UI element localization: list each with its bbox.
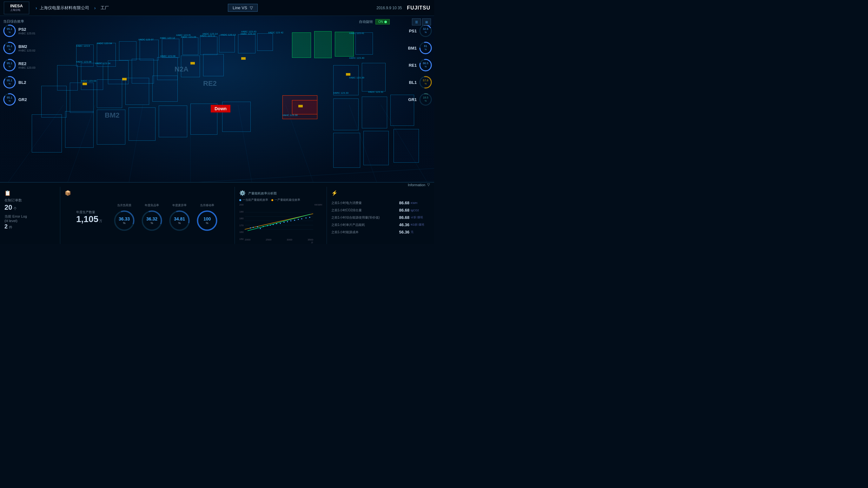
energy-unit-0: KWH bbox=[411, 201, 430, 205]
annual-quality-label: 年度良品率 bbox=[145, 203, 159, 207]
building-green3 bbox=[335, 32, 354, 57]
info-label: Information bbox=[408, 183, 425, 187]
visualization-area[interactable]: #ABC 123 t5 #ADC 123.14 #ABC 123.43 #ADC… bbox=[0, 16, 434, 194]
annual-quality-gauge: 年度良品率 36.32 % bbox=[140, 203, 164, 233]
chart-icon: ⚙️ bbox=[239, 190, 246, 196]
svg-point-47 bbox=[253, 227, 254, 228]
building-3 bbox=[162, 39, 179, 58]
order-value-row: 20 个 bbox=[4, 203, 56, 211]
building-right4 bbox=[362, 96, 387, 128]
line-vs-button[interactable]: Line VS ▽ bbox=[228, 4, 258, 12]
energy-section: ⚡ 之前1小时电力消费量 86.68 KWH 之前1小时CO2排出量 86.68… bbox=[327, 187, 434, 244]
toggle-on-button[interactable]: ON bbox=[375, 19, 390, 25]
chart-title: 产量能耗效率分析图 bbox=[248, 191, 277, 196]
svg-point-49 bbox=[260, 228, 261, 229]
down-alert: Down bbox=[211, 105, 230, 112]
annual-defect-circle: 34.81 % bbox=[167, 209, 191, 233]
logo-sub: 上海仪电 bbox=[10, 8, 23, 12]
svg-point-60 bbox=[298, 219, 299, 220]
logo: INESA 上海仪电 bbox=[4, 2, 29, 14]
energy-header: ⚡ bbox=[331, 190, 430, 198]
energy-unit-4: 元 bbox=[411, 230, 430, 234]
annual-defect-label: 年度废弃率 bbox=[172, 203, 187, 207]
line-vs-label: Line VS bbox=[232, 5, 247, 10]
svg-point-62 bbox=[306, 217, 307, 219]
header-right: 2016.9.9 10 35 FUJITSU bbox=[376, 5, 430, 11]
toggle-label: ON bbox=[378, 20, 383, 24]
gauge-re1: 86.5% bbox=[418, 58, 433, 72]
annual-production: 年度生产数量 1,105 万 bbox=[76, 210, 102, 224]
building-bm2-2 bbox=[70, 83, 94, 113]
energy-unit-1: tgCO2 bbox=[411, 209, 430, 212]
monthly-quality-gauge: 当月负荷质 36.33 % bbox=[112, 203, 136, 233]
view-btn-list[interactable]: ☰ bbox=[412, 19, 421, 25]
legend-best: 一产量能耗最佳效率 bbox=[271, 198, 300, 202]
location-name: 工厂 bbox=[101, 5, 109, 11]
error-value: 2 bbox=[4, 223, 8, 230]
metric-bm2-label: BM2 #ABC 123.02 bbox=[19, 44, 35, 52]
production-content: 📦 年度生产数量 1,105 万 当月负荷质 bbox=[65, 190, 230, 244]
x-axis-unit: 片 bbox=[245, 241, 313, 244]
energy-icon: ⚡ bbox=[331, 190, 338, 196]
building-bm2-3 bbox=[97, 80, 122, 108]
gauge-ps2: 95.1% bbox=[3, 24, 17, 38]
chart-plot-area: 2000 2500 3000 3500 片 bbox=[245, 203, 313, 244]
building-ahc12330-inner bbox=[292, 100, 317, 114]
metric-bm2: 95.1% BM2 #ABC 123.02 bbox=[3, 41, 35, 55]
building-right7 bbox=[363, 131, 389, 165]
bottom-panel: Information ▽ 📋 在制订单数 20 个 当前 Error Log … bbox=[0, 182, 434, 244]
y-axis: 200 190 180 170 160 150 bbox=[239, 203, 243, 244]
view-btn-grid[interactable]: ⊞ bbox=[422, 19, 431, 25]
company-name: 上海仪电显示材料有限公司 bbox=[40, 5, 89, 11]
information-button[interactable]: Information ▽ bbox=[408, 183, 430, 187]
energy-info-list: 之前1小时电力消费量 86.68 KWH 之前1小时CO2排出量 86.68 t… bbox=[331, 200, 430, 234]
building-bm2-5 bbox=[152, 76, 178, 102]
order-unit: 个 bbox=[13, 206, 17, 211]
energy-label-0: 之前1小时电力消费量 bbox=[331, 201, 399, 205]
svg-point-58 bbox=[290, 220, 292, 222]
production-icon: 📦 bbox=[65, 190, 71, 196]
x-axis: 2000 2500 3000 3500 bbox=[245, 238, 313, 241]
building-right2 bbox=[362, 63, 385, 91]
datetime: 2016.9.9 10 35 bbox=[376, 6, 402, 10]
chevron-down-icon: ▽ bbox=[250, 5, 253, 10]
metric-gr2: 95.1% GR2 bbox=[3, 92, 35, 107]
chart-legend: 一当前产量能耗效率 一产量能耗最佳效率 bbox=[239, 198, 322, 202]
metric-ps2: 95.1% PS2 #ABC 123.01 bbox=[3, 24, 35, 38]
building-2 bbox=[140, 40, 159, 60]
energy-row-1: 之前1小时CO2排出量 86.68 tgCO2 bbox=[331, 208, 430, 212]
building-re2 bbox=[203, 54, 224, 76]
gauge-bl1: 57.8% bbox=[418, 75, 433, 89]
scatter-svg bbox=[245, 203, 313, 238]
energy-value-3: 46.36 bbox=[399, 222, 409, 227]
svg-point-57 bbox=[287, 221, 288, 222]
chevron-icon: ▽ bbox=[427, 183, 430, 187]
orders-section: 📋 在制订单数 20 个 当前 Error Log (H level) 2 件 bbox=[0, 187, 60, 244]
building-right3 bbox=[333, 98, 359, 130]
legend-current: 一当前产量能耗效率 bbox=[239, 198, 268, 202]
fujitsu-logo: FUJITSU bbox=[407, 5, 430, 11]
yellow-marker2 bbox=[122, 78, 127, 80]
building-abc12316 bbox=[238, 34, 255, 53]
gauge-gr2: 95.1% bbox=[3, 92, 17, 107]
chart-container: 200 190 180 170 160 150 bbox=[239, 203, 322, 244]
gauge-bm1: 81% bbox=[418, 41, 433, 55]
error-label: 当前 Error Log (H level) bbox=[4, 214, 56, 223]
energy-unit-2: ㎘折:煤坯 bbox=[411, 216, 430, 220]
svg-point-61 bbox=[301, 218, 303, 220]
toggle-indicator bbox=[384, 21, 387, 23]
energy-value-4: 56.36 bbox=[399, 230, 409, 234]
energy-label-2: 之前1小时综合能源使用量(等价值) bbox=[331, 216, 399, 220]
metric-gr1: 18.5% GR1 bbox=[408, 92, 433, 107]
order-value: 20 bbox=[4, 203, 12, 211]
production-gauges: 当月负荷质 36.33 % bbox=[112, 203, 219, 233]
building-front4 bbox=[128, 107, 156, 141]
orders-icon: 📋 bbox=[4, 190, 56, 196]
building-green1 bbox=[292, 32, 311, 58]
building-4 bbox=[200, 36, 217, 55]
energy-unit-3: KG折:煤坯 bbox=[411, 223, 430, 227]
monthly-mobile-gauge: 当月移动率 100 % bbox=[195, 203, 219, 233]
arrow-icon2: › bbox=[94, 5, 96, 10]
energy-value-0: 86.68 bbox=[399, 200, 409, 205]
metric-re2: 95.1% RE2 #ABC 123.03 bbox=[3, 58, 35, 72]
